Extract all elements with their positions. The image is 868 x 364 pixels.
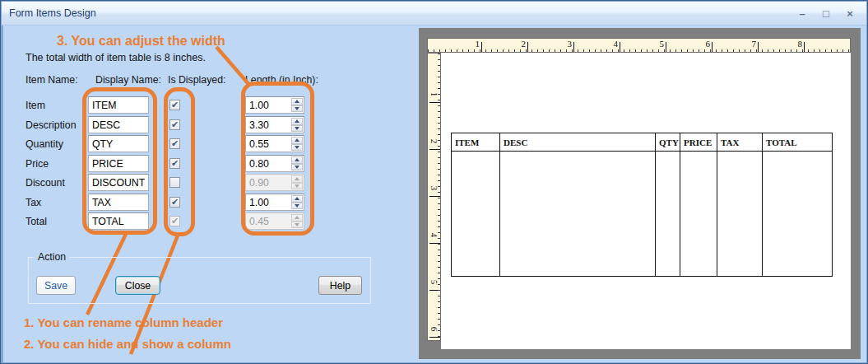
preview-column-body <box>680 152 717 276</box>
item-name-label: Price <box>26 158 49 170</box>
annotation-rename-header: 1. You can rename column header <box>24 315 223 329</box>
preview-item-table: ITEM DESC QTY PRICE TAX <box>451 133 833 277</box>
ruler-tick <box>712 42 713 52</box>
form-row-total: Total ✔ <box>1 212 416 231</box>
preview-column: TAX <box>717 133 763 276</box>
item-name-label: Description <box>26 119 77 131</box>
preview-column: DESC <box>500 133 656 276</box>
vertical-ruler: 123456 <box>427 53 441 341</box>
help-button[interactable]: Help <box>318 276 362 295</box>
ruler-tick <box>429 290 440 291</box>
ruler-number: 8 <box>789 39 802 49</box>
preview-column-header: TOTAL <box>763 133 832 152</box>
ruler-number: 1 <box>429 89 439 100</box>
item-name-label: Discount <box>26 177 65 189</box>
item-name-label: Item <box>26 100 45 111</box>
ruler-tick <box>620 42 620 52</box>
ruler-number: 4 <box>429 230 439 241</box>
item-name-label: Tax <box>26 197 41 208</box>
annotation-adjust-width: 3. You can adjust the width <box>57 34 225 49</box>
form-row-tax: Tax ✔ <box>1 194 416 212</box>
ruler-tick <box>666 42 666 52</box>
window-title: Form Items Design <box>9 7 96 19</box>
ruler-number: 4 <box>605 39 618 49</box>
ruler-number: 6 <box>429 324 439 335</box>
preview-column: PRICE <box>680 133 717 276</box>
ruler-tick <box>429 337 440 338</box>
column-header-item-name: Item Name: <box>26 74 78 86</box>
ruler-number: 6 <box>697 39 710 49</box>
preview-column-body <box>656 152 680 276</box>
preview-column-body <box>500 152 655 276</box>
form-row-quantity: Quantity ✔ <box>1 135 416 154</box>
preview-column-header: TAX <box>717 133 762 152</box>
action-group-label: Action <box>35 251 69 263</box>
horizontal-ruler: 12345678 <box>427 38 851 53</box>
annotation-hide-show-column: 2. You can hide and show a column <box>24 337 231 351</box>
preview-column: ITEM <box>452 133 500 276</box>
item-name-label: Quantity <box>26 138 63 150</box>
callout-checkbox-column <box>164 87 195 236</box>
ruler-number: 3 <box>429 183 439 194</box>
ruler-tick <box>429 102 440 103</box>
minimize-icon[interactable]: – <box>796 7 809 21</box>
ruler-number: 1 <box>466 39 480 49</box>
preview-column-header: ITEM <box>452 133 499 152</box>
ruler-number: 3 <box>559 39 572 49</box>
preview-column-body <box>452 152 499 276</box>
form-row-price: Price ✔ <box>1 155 416 174</box>
close-button[interactable]: Close <box>115 276 160 295</box>
ruler-number: 7 <box>743 39 756 49</box>
preview-column-header: DESC <box>500 133 655 152</box>
ruler-tick <box>429 196 440 197</box>
ruler-tick <box>758 42 759 52</box>
form-row-item: Item ✔ <box>1 96 416 115</box>
form-items-design-dialog: Form Items Design – □ × 3. You can adjus… <box>0 0 868 364</box>
window-controls: – □ × <box>796 7 856 21</box>
ruler-tick <box>429 243 440 244</box>
item-name-label: Total <box>26 216 47 227</box>
callout-length-column <box>241 82 314 236</box>
close-icon[interactable]: × <box>843 7 856 21</box>
column-header-is-displayed: Is Displayed: <box>168 74 225 86</box>
preview-column-body <box>763 152 832 276</box>
ruler-tick <box>573 42 574 52</box>
column-header-display-name: Display Name: <box>95 74 161 86</box>
titlebar: Form Items Design – □ × <box>2 2 866 26</box>
ruler-number: 5 <box>429 277 439 288</box>
total-width-note: The total width of item table is 8 inche… <box>26 52 206 63</box>
preview-column-body <box>717 152 762 276</box>
maximize-icon[interactable]: □ <box>819 7 833 21</box>
preview-column: TOTAL <box>763 133 832 276</box>
preview-column-header: PRICE <box>680 133 717 152</box>
ruler-tick <box>527 42 528 52</box>
form-row-description: Description ✔ <box>1 116 416 135</box>
preview-column: QTY <box>656 133 680 276</box>
save-button[interactable]: Save <box>36 276 76 295</box>
ruler-tick <box>481 42 482 52</box>
ruler-tick <box>429 149 440 150</box>
ruler-number: 2 <box>513 39 526 49</box>
preview-page: ITEM DESC QTY PRICE TAX <box>441 53 851 349</box>
preview-column-header: QTY <box>656 133 680 152</box>
form-preview-panel: 12345678 123456 ITEM DESC QTY PRICE <box>419 28 861 359</box>
ruler-tick <box>804 42 805 52</box>
ruler-number: 2 <box>429 136 439 147</box>
form-row-discount: Discount ✔ <box>1 174 416 193</box>
callout-display-name-column <box>82 87 157 235</box>
ruler-number: 5 <box>651 39 664 49</box>
